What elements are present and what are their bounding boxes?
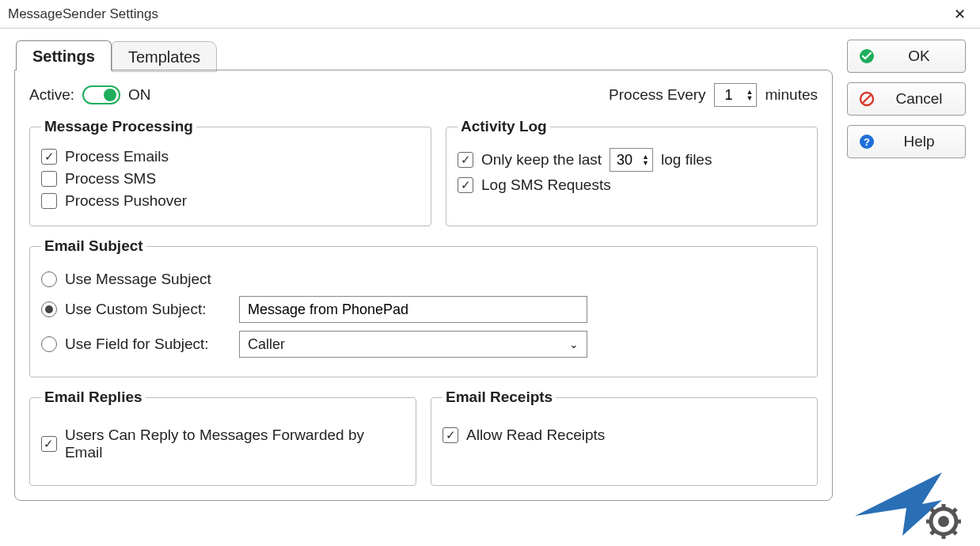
email-receipts-legend: Email Receipts xyxy=(443,389,556,406)
checkbox-process-emails[interactable]: ✓ xyxy=(41,149,57,165)
radio-use-field-subject[interactable] xyxy=(41,336,57,352)
content-area: Settings Templates Active: ON Process Ev… xyxy=(0,28,980,546)
email-replies-legend: Email Replies xyxy=(41,389,146,406)
chevron-down-icon: ⌄ xyxy=(569,338,579,351)
checkbox-process-sms[interactable] xyxy=(41,171,57,187)
log-sms-label: Log SMS Requests xyxy=(481,176,611,194)
custom-subject-input[interactable] xyxy=(239,296,587,323)
titlebar: MessageSender Settings ✕ xyxy=(0,0,980,28)
email-subject-legend: Email Subject xyxy=(41,237,146,255)
check-circle-icon xyxy=(859,48,875,64)
radio-use-message-subject[interactable] xyxy=(41,271,57,287)
use-custom-subject-label: Use Custom Subject: xyxy=(65,301,231,318)
fieldset-email-replies: Email Replies ✓ Users Can Reply to Messa… xyxy=(29,389,416,486)
fieldset-email-receipts: Email Receipts ✓ Allow Read Receipts xyxy=(431,389,818,486)
svg-line-2 xyxy=(863,95,872,104)
use-field-subject-label: Use Field for Subject: xyxy=(65,336,231,353)
field-subject-value: Caller xyxy=(248,336,285,353)
process-sms-label: Process SMS xyxy=(65,170,156,188)
tab-strip: Settings Templates xyxy=(16,40,833,70)
keep-last-arrows[interactable]: ▲▼ xyxy=(639,154,652,166)
checkbox-log-sms[interactable]: ✓ xyxy=(458,177,473,193)
fieldset-message-processing: Message Processing ✓ Process Emails Proc… xyxy=(29,118,431,226)
checkbox-allow-reply[interactable]: ✓ xyxy=(41,436,57,452)
tab-body: Active: ON Process Every ▲▼ minutes xyxy=(14,70,833,501)
tab-templates[interactable]: Templates xyxy=(112,41,217,72)
keep-last-input[interactable] xyxy=(610,152,639,169)
dialog-buttons: OK Cancel ? Help xyxy=(847,40,966,501)
tab-settings-label: Settings xyxy=(32,47,95,65)
help-icon: ? xyxy=(859,134,875,150)
svg-text:?: ? xyxy=(864,136,870,148)
checkbox-keep-last[interactable]: ✓ xyxy=(458,152,473,168)
help-button-label: Help xyxy=(884,133,954,150)
keep-last-suffix: log files xyxy=(661,151,712,169)
active-toggle[interactable] xyxy=(82,85,120,104)
checkbox-allow-read-receipts[interactable]: ✓ xyxy=(443,427,458,443)
allow-read-receipts-label: Allow Read Receipts xyxy=(466,427,605,444)
tab-settings[interactable]: Settings xyxy=(16,40,112,70)
use-message-subject-label: Use Message Subject xyxy=(65,271,211,288)
svg-line-10 xyxy=(931,509,934,512)
field-subject-select[interactable]: Caller ⌄ xyxy=(239,331,587,358)
allow-reply-label: Users Can Reply to Messages Forwarded by… xyxy=(65,427,405,461)
process-every-arrows[interactable]: ▲▼ xyxy=(743,89,757,101)
process-every-stepper[interactable]: ▲▼ xyxy=(714,83,758,107)
checkbox-process-pushover[interactable] xyxy=(41,193,57,209)
minutes-label: minutes xyxy=(765,86,818,104)
help-button[interactable]: ? Help xyxy=(847,125,966,158)
fieldset-email-subject: Email Subject Use Message Subject Use Cu… xyxy=(29,237,818,377)
window-title: MessageSender Settings xyxy=(8,6,158,22)
ok-button-label: OK xyxy=(884,47,954,65)
process-emails-label: Process Emails xyxy=(65,148,169,165)
prohibit-icon xyxy=(859,91,875,107)
ok-button[interactable]: OK xyxy=(847,40,966,73)
svg-line-12 xyxy=(931,531,934,534)
radio-use-custom-subject[interactable] xyxy=(41,301,57,317)
svg-line-13 xyxy=(953,509,956,512)
process-every-label: Process Every xyxy=(609,86,705,104)
cancel-button[interactable]: Cancel xyxy=(847,82,966,116)
process-pushover-label: Process Pushover xyxy=(65,192,187,210)
active-state-label: ON xyxy=(128,86,151,104)
keep-last-prefix: Only keep the last xyxy=(481,151,602,169)
app-logo-icon xyxy=(847,461,966,540)
activity-log-legend: Activity Log xyxy=(458,118,550,135)
tab-templates-label: Templates xyxy=(128,48,200,66)
svg-line-11 xyxy=(953,531,956,534)
keep-last-stepper[interactable]: ▲▼ xyxy=(610,148,653,172)
active-label: Active: xyxy=(29,86,74,104)
svg-point-14 xyxy=(938,516,949,527)
fieldset-activity-log: Activity Log ✓ Only keep the last ▲▼ log… xyxy=(446,118,818,226)
message-processing-legend: Message Processing xyxy=(41,118,196,135)
process-every-input[interactable] xyxy=(715,87,743,104)
close-icon[interactable]: ✕ xyxy=(948,2,972,26)
cancel-button-label: Cancel xyxy=(884,90,954,108)
